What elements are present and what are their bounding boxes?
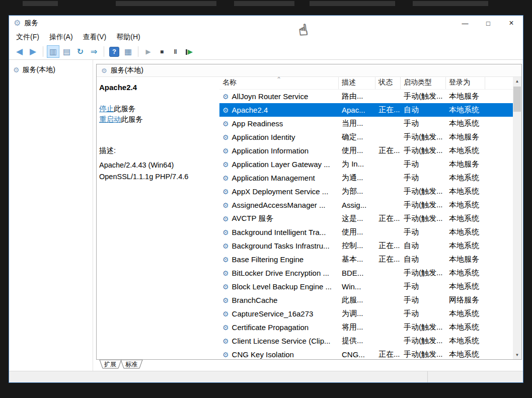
service-row[interactable]: ⚙AssignedAccessManager ...Assig...手动(触发.… xyxy=(219,198,513,212)
service-action-links: 停止此服务 重启动此服务 xyxy=(99,104,212,125)
stop-link-suffix: 此服务 xyxy=(114,105,136,113)
service-row[interactable]: ⚙Application Identity确定...手动(触发...本地服务 xyxy=(219,130,513,144)
service-row[interactable]: ⚙AllJoyn Router Service路由...手动(触发...本地服务 xyxy=(219,90,513,103)
service-row[interactable]: ⚙Client License Service (Clip...提供...手动(… xyxy=(219,334,513,348)
service-row[interactable]: ⚙Base Filtering Engine基本...正在...自动本地服务 xyxy=(219,253,513,266)
sort-ascending-icon: ^ xyxy=(278,77,280,82)
background-window-artifact xyxy=(413,1,488,6)
toolbar-refresh-icon[interactable]: ↻ xyxy=(74,45,87,58)
services-gear-icon: ⚙ xyxy=(101,67,107,74)
column-header-startup-type[interactable]: 启动类型 xyxy=(401,77,446,89)
column-header-status[interactable]: 状态 xyxy=(375,77,401,89)
scroll-up-icon[interactable]: ▲ xyxy=(513,77,521,86)
selected-service-name: Apache2.4 xyxy=(99,83,212,92)
service-gear-icon: ⚙ xyxy=(222,297,229,304)
close-button[interactable]: × xyxy=(500,16,523,31)
services-panel-header: ⚙ 服务(本地) xyxy=(97,64,521,77)
title-bar[interactable]: ⚙ 服务 — □ × xyxy=(9,16,523,31)
service-name-cell: ⚙AllJoyn Router Service xyxy=(219,90,339,103)
service-row[interactable]: ⚙App Readiness当用...手动本地系统 xyxy=(219,117,513,130)
service-gear-icon: ⚙ xyxy=(222,283,229,290)
services-panel-title: 服务(本地) xyxy=(111,66,143,75)
menu-item-3[interactable]: 帮助(H) xyxy=(111,31,145,43)
toolbar-help-icon[interactable]: ? xyxy=(109,47,119,57)
service-name-cell: ⚙Client License Service (Clip... xyxy=(219,334,339,348)
service-gear-icon: ⚙ xyxy=(222,351,229,358)
scrollbar-track[interactable] xyxy=(513,86,521,351)
service-gear-icon: ⚙ xyxy=(222,202,229,209)
service-name-cell: ⚙Block Level Backup Engine ... xyxy=(219,280,339,293)
service-row[interactable]: ⚙Application Layer Gateway ...为 In...手动本… xyxy=(219,157,513,171)
toolbar-start-service-icon[interactable]: ▶ xyxy=(142,45,155,58)
service-row[interactable]: ⚙BitLocker Drive Encryption ...BDE...手动(… xyxy=(219,266,513,280)
toolbar-back-arrow-icon[interactable]: ◀ xyxy=(13,45,26,58)
tab-extended[interactable]: 扩展 xyxy=(100,360,121,368)
menu-bar: 文件(F)操作(A)查看(V)帮助(H) xyxy=(9,31,523,44)
service-gear-icon: ⚙ xyxy=(222,243,229,250)
status-bar xyxy=(9,371,523,382)
list-scrollbar[interactable]: ▲ ▼ xyxy=(513,77,521,359)
tree-item-services-local[interactable]: ⚙ 服务(本地) xyxy=(9,64,93,76)
toolbar-restart-service-icon[interactable]: ▶ xyxy=(183,45,195,58)
menu-item-1[interactable]: 操作(A) xyxy=(44,31,78,43)
background-window-artifact xyxy=(116,1,216,6)
menu-item-0[interactable]: 文件(F) xyxy=(11,31,44,43)
toolbar-export-list-icon[interactable]: ▤ xyxy=(60,45,73,58)
column-header-logon-as[interactable]: 登录为 xyxy=(446,77,485,89)
toolbar-separator xyxy=(43,46,43,57)
view-tab-bar: 标准 扩展 xyxy=(96,360,522,371)
toolbar-show-console-tree-icon[interactable]: ▥ xyxy=(47,45,59,58)
service-row[interactable]: ⚙CaptureService_16a273为调...手动本地系统 xyxy=(219,307,513,321)
list-header-row: ^ 名称 描述 状态 启动类型 登录为 xyxy=(219,77,513,90)
toolbar-extended-view-icon[interactable]: ▦ xyxy=(122,45,134,58)
service-name-cell: ⚙Certificate Propagation xyxy=(219,321,339,334)
scroll-down-icon[interactable]: ▼ xyxy=(513,351,521,359)
service-gear-icon: ⚙ xyxy=(222,256,229,263)
toolbar-stop-service-icon[interactable]: ■ xyxy=(156,45,168,58)
service-name-cell: ⚙BitLocker Drive Encryption ... xyxy=(219,266,339,280)
service-gear-icon: ⚙ xyxy=(222,175,229,182)
service-gear-icon: ⚙ xyxy=(222,93,229,100)
service-gear-icon: ⚙ xyxy=(222,120,229,127)
toolbar-forward-arrow-icon[interactable]: ▶ xyxy=(27,45,39,58)
service-name-cell: ⚙AssignedAccessManager ... xyxy=(219,198,339,212)
service-row[interactable]: ⚙Application Information使用...正在...手动(触发.… xyxy=(219,144,513,157)
services-list: ^ 名称 描述 状态 启动类型 登录为 ⚙AllJoyn Router Serv… xyxy=(219,77,521,359)
service-row[interactable]: ⚙AppX Deployment Service ...为部...手动(触发..… xyxy=(219,185,513,198)
services-gear-icon: ⚙ xyxy=(13,66,20,73)
column-header-description[interactable]: 描述 xyxy=(339,77,375,89)
scrollbar-thumb[interactable] xyxy=(513,87,521,112)
stop-service-link[interactable]: 停止 xyxy=(99,105,114,113)
tab-standard[interactable]: 标准 xyxy=(121,360,142,368)
service-name-cell: ⚙AVCTP 服务 xyxy=(219,212,339,225)
status-bar-right-pane xyxy=(427,371,523,382)
service-name-cell: ⚙App Readiness xyxy=(219,117,339,130)
service-name-cell: ⚙BranchCache xyxy=(219,293,339,307)
service-row[interactable]: ⚙Application Management为通...手动本地系统 xyxy=(219,171,513,185)
service-row[interactable]: ⚙Certificate Propagation将用...手动(触发...本地系… xyxy=(219,321,513,334)
service-description: Apache/2.4.43 (Win64) OpenSSL/1.1.1g PHP… xyxy=(99,160,214,183)
services-window: ⚙ 服务 — □ × 文件(F)操作(A)查看(V)帮助(H) ◀▶▥▤↻⇒?▦… xyxy=(9,15,523,383)
service-row[interactable]: ⚙Apache2.4Apac...正在...自动本地系统 xyxy=(219,103,513,117)
service-row[interactable]: ⚙AVCTP 服务这是...正在...手动(触发...本地系统 xyxy=(219,212,513,225)
restart-service-link[interactable]: 重启动 xyxy=(99,115,121,123)
service-row[interactable]: ⚙BranchCache此服...手动网络服务 xyxy=(219,293,513,307)
toolbar-export-icon[interactable]: ⇒ xyxy=(88,45,100,58)
console-tree-panel: ⚙ 服务(本地) xyxy=(9,60,93,371)
toolbar-separator xyxy=(104,46,104,57)
svg-text:扩展: 扩展 xyxy=(104,361,116,368)
column-header-name[interactable]: ^ 名称 xyxy=(219,77,339,89)
service-row[interactable]: ⚙Background Intelligent Tra...使用...手动本地系… xyxy=(219,225,513,239)
toolbar-pause-service-icon[interactable]: ‖ xyxy=(169,45,182,58)
service-row[interactable]: ⚙Background Tasks Infrastru...控制...正在...… xyxy=(219,239,513,253)
maximize-button[interactable]: □ xyxy=(477,16,500,31)
service-row[interactable]: ⚙CNG Key IsolationCNG...正在...手动(触发...本地系… xyxy=(219,348,513,359)
minimize-button[interactable]: — xyxy=(453,16,477,31)
service-name-cell: ⚙Application Management xyxy=(219,171,339,185)
tree-item-label: 服务(本地) xyxy=(23,65,55,74)
service-gear-icon: ⚙ xyxy=(222,161,229,168)
service-row[interactable]: ⚙Block Level Backup Engine ...Win...手动本地… xyxy=(219,280,513,293)
service-name-cell: ⚙CaptureService_16a273 xyxy=(219,307,339,321)
app-gear-icon: ⚙ xyxy=(14,19,21,27)
menu-item-2[interactable]: 查看(V) xyxy=(78,31,112,43)
